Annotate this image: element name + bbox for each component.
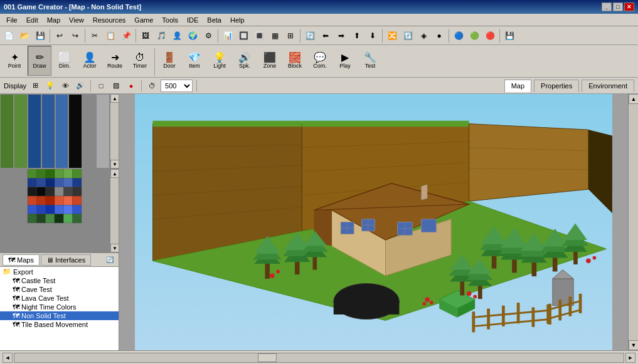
tile-cell[interactable] xyxy=(55,94,69,169)
tool-actor[interactable]: 👤Actor xyxy=(78,46,102,76)
palette-tile-24[interactable] xyxy=(28,205,36,214)
tb-icon24[interactable]: 🟢 xyxy=(467,28,482,43)
display-red-btn[interactable]: ● xyxy=(125,80,137,92)
display-clock-btn[interactable]: ⏱ xyxy=(146,80,158,92)
tree-refresh-btn[interactable]: 🔄 xyxy=(104,254,116,266)
palette-tile-30[interactable] xyxy=(28,214,36,223)
palette-tile-13[interactable] xyxy=(36,187,45,196)
menu-edit[interactable]: Edit xyxy=(23,16,42,24)
new-button[interactable]: 📄 xyxy=(1,28,16,43)
tb-icon13[interactable]: ⊞ xyxy=(283,28,298,43)
tb-icon10[interactable]: 🔲 xyxy=(236,28,251,43)
display-value-select[interactable]: 500 250 1000 xyxy=(161,80,193,92)
scroll-track[interactable] xyxy=(629,104,638,340)
tile-cell[interactable] xyxy=(96,94,110,169)
tb-icon7[interactable]: 🌍 xyxy=(185,28,200,43)
tb-icon4[interactable]: 🖼 xyxy=(138,28,153,43)
palette-tile-2[interactable] xyxy=(46,169,55,178)
palette-tile-8[interactable] xyxy=(46,178,55,187)
display-fill-btn[interactable]: ▨ xyxy=(110,80,122,92)
palette-scroll-up[interactable]: ▲ xyxy=(110,169,119,178)
palette-tile-14[interactable] xyxy=(46,187,55,196)
palette-tile-23[interactable] xyxy=(73,196,82,205)
scroll-up-btn[interactable]: ▲ xyxy=(629,94,638,104)
palette-tile-6[interactable] xyxy=(28,178,36,187)
close-button[interactable]: ✕ xyxy=(624,3,634,11)
maximize-button[interactable]: □ xyxy=(613,3,623,11)
palette-tile-10[interactable] xyxy=(63,178,72,187)
palette-tile-29[interactable] xyxy=(73,205,82,214)
display-grid-btn[interactable]: ⊞ xyxy=(29,80,41,92)
tb-icon15[interactable]: ⬅ xyxy=(318,28,333,43)
tb-icon6[interactable]: 👤 xyxy=(169,28,184,43)
palette-scroll-down[interactable]: ▼ xyxy=(110,244,119,252)
tile-cell[interactable] xyxy=(0,94,14,169)
tb-icon5[interactable]: 🎵 xyxy=(154,28,169,43)
palette-tile-22[interactable] xyxy=(63,196,72,205)
palette-tile-7[interactable] xyxy=(36,178,45,187)
tab-properties[interactable]: Properties xyxy=(534,80,579,92)
tile-cell[interactable] xyxy=(82,94,96,169)
tile-cell[interactable] xyxy=(28,94,41,169)
palette-tile-33[interactable] xyxy=(55,214,63,223)
tool-route[interactable]: ➜Route xyxy=(103,46,127,76)
tool-spk[interactable]: 🔊Spk. xyxy=(233,46,257,76)
display-spk-btn[interactable]: 🔊 xyxy=(74,80,87,92)
tile-cell[interactable] xyxy=(14,94,28,169)
palette-tile-4[interactable] xyxy=(63,169,72,178)
menu-map[interactable]: Map xyxy=(43,16,64,24)
undo-button[interactable]: ↩ xyxy=(52,28,67,43)
palette-tile-16[interactable] xyxy=(63,187,72,196)
tb-icon17[interactable]: ⬆ xyxy=(349,28,364,43)
open-button[interactable]: 📂 xyxy=(17,28,32,43)
tb-icon23[interactable]: 🔵 xyxy=(451,28,466,43)
palette-tile-26[interactable] xyxy=(46,205,55,214)
tree-item-tile[interactable]: 🗺 Tile Based Movement xyxy=(0,320,119,329)
palette-tile-25[interactable] xyxy=(36,205,45,214)
paste-button[interactable]: 📌 xyxy=(119,28,134,43)
menu-tools[interactable]: Tools xyxy=(158,16,182,24)
minimize-button[interactable]: _ xyxy=(602,3,612,11)
redo-button[interactable]: ↪ xyxy=(68,28,83,43)
display-eye-btn[interactable]: 👁 xyxy=(59,80,72,92)
hscroll-thumb[interactable] xyxy=(258,353,277,362)
map-scene[interactable] xyxy=(119,94,628,350)
tool-dim[interactable]: ⬜Dim. xyxy=(53,46,77,76)
tb-icon9[interactable]: 📊 xyxy=(220,28,235,43)
display-light-btn[interactable]: 💡 xyxy=(44,80,56,92)
palette-tile-9[interactable] xyxy=(55,178,63,187)
hscroll-left-btn[interactable]: ◄ xyxy=(3,353,13,363)
palette-tile-17[interactable] xyxy=(73,187,82,196)
tb-icon26[interactable]: 💾 xyxy=(502,28,517,43)
palette-tile-34[interactable] xyxy=(63,214,72,223)
tool-item[interactable]: 💎Item xyxy=(183,46,206,76)
tool-com[interactable]: 💬Com. xyxy=(308,46,332,76)
tb-icon12[interactable]: ▦ xyxy=(267,28,282,43)
tool-door[interactable]: 🚪Door xyxy=(157,46,181,76)
tool-light[interactable]: 💡Light xyxy=(208,46,231,76)
tb-icon8[interactable]: ⚙ xyxy=(201,28,216,43)
display-box-btn[interactable]: □ xyxy=(95,80,107,92)
tool-draw[interactable]: ✏Draw xyxy=(28,46,51,76)
menu-beta[interactable]: Beta xyxy=(203,16,225,24)
tool-timer[interactable]: ⏱Timer xyxy=(128,46,152,76)
palette-tile-20[interactable] xyxy=(46,196,55,205)
save-button[interactable]: 💾 xyxy=(33,28,48,43)
scroll-down[interactable]: ▼ xyxy=(110,160,119,169)
scroll-up[interactable]: ▲ xyxy=(110,94,119,103)
tb-icon19[interactable]: 🔀 xyxy=(385,28,400,43)
palette-tile-11[interactable] xyxy=(73,178,82,187)
tile-cell[interactable] xyxy=(41,94,55,169)
palette-tile-21[interactable] xyxy=(55,196,63,205)
tool-block[interactable]: 🧱Block xyxy=(283,46,307,76)
palette-tile-12[interactable] xyxy=(28,187,36,196)
scroll-down-btn[interactable]: ▼ xyxy=(629,340,638,350)
menu-game[interactable]: Game xyxy=(130,16,157,24)
tool-play[interactable]: ▶Play xyxy=(333,46,357,76)
tb-icon16[interactable]: ➡ xyxy=(334,28,349,43)
tab-interfaces[interactable]: 🖥 Interfaces xyxy=(41,254,91,266)
palette-tile-5[interactable] xyxy=(73,169,82,178)
tb-icon11[interactable]: 🔳 xyxy=(252,28,267,43)
tb-icon25[interactable]: 🔴 xyxy=(482,28,497,43)
palette-tile-28[interactable] xyxy=(63,205,72,214)
